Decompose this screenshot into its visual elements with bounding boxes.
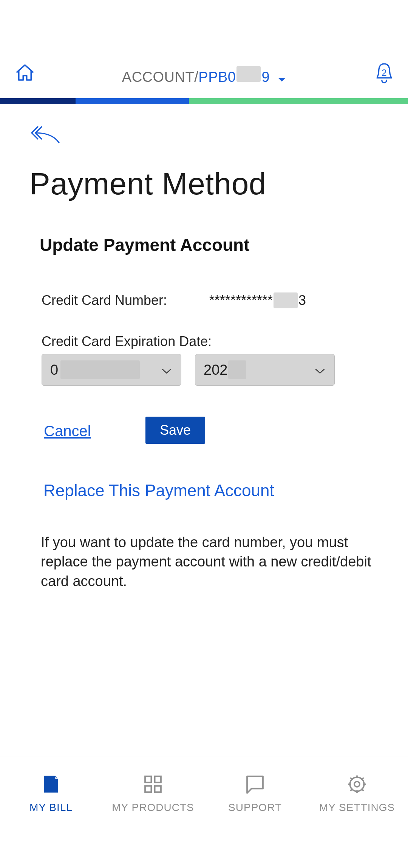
chevron-down-icon — [161, 362, 172, 378]
breadcrumb[interactable]: ACCOUNT/PPB09 — [0, 66, 408, 86]
cc-hidden — [274, 292, 298, 308]
tab-label: MY SETTINGS — [306, 802, 408, 814]
svg-point-5 — [350, 777, 364, 791]
svg-rect-3 — [155, 786, 161, 792]
save-button[interactable]: Save — [145, 417, 205, 444]
svg-rect-1 — [155, 776, 161, 782]
svg-rect-0 — [145, 776, 151, 782]
grid-icon — [102, 773, 204, 796]
cc-last: 3 — [298, 292, 306, 308]
chevron-down-icon — [315, 362, 325, 378]
tab-my-settings[interactable]: MY SETTINGS — [306, 757, 408, 868]
cc-mask: ************ — [209, 292, 273, 308]
account-mask — [236, 66, 261, 82]
tab-my-bill[interactable]: MY BILL — [0, 757, 102, 868]
notification-count: 2 — [375, 68, 394, 78]
account-suffix: 9 — [261, 69, 270, 85]
exp-year-mask — [228, 360, 246, 379]
cc-value: ************3 — [209, 292, 306, 308]
back-icon[interactable] — [29, 125, 60, 144]
svg-rect-2 — [145, 786, 151, 792]
notification-bell-icon[interactable]: 2 — [375, 62, 394, 84]
page-title: Payment Method — [29, 166, 266, 202]
chat-icon — [204, 773, 306, 796]
tab-my-products[interactable]: MY PRODUCTS — [102, 757, 204, 868]
exp-label: Credit Card Expiration Date: — [42, 334, 212, 349]
cc-number-row: Credit Card Number: ************3 — [42, 292, 363, 308]
bill-icon — [0, 773, 102, 796]
tab-label: SUPPORT — [204, 802, 306, 814]
tab-support[interactable]: SUPPORT — [204, 757, 306, 868]
tab-label: MY BILL — [0, 802, 102, 814]
gear-icon — [306, 773, 408, 796]
exp-month-value: 0 — [50, 362, 58, 378]
account-prefix: PPB0 — [198, 69, 236, 85]
replace-account-link[interactable]: Replace This Payment Account — [43, 481, 274, 500]
progress-bar — [0, 98, 408, 104]
cancel-link[interactable]: Cancel — [44, 423, 91, 440]
caret-down-icon[interactable] — [278, 70, 286, 86]
exp-month-mask — [60, 360, 140, 379]
cc-label: Credit Card Number: — [42, 292, 167, 308]
svg-point-4 — [354, 782, 360, 787]
tab-label: MY PRODUCTS — [102, 802, 204, 814]
exp-month-select[interactable]: 0 — [42, 354, 181, 386]
exp-year-value: 202 — [204, 362, 227, 378]
exp-year-select[interactable]: 202 — [195, 354, 335, 386]
section-title: Update Payment Account — [40, 235, 250, 255]
bottom-tab-bar: MY BILL MY PRODUCTS SUPPORT — [0, 757, 408, 868]
breadcrumb-prefix: ACCOUNT/ — [122, 69, 198, 85]
info-note: If you want to update the card number, y… — [41, 533, 382, 591]
